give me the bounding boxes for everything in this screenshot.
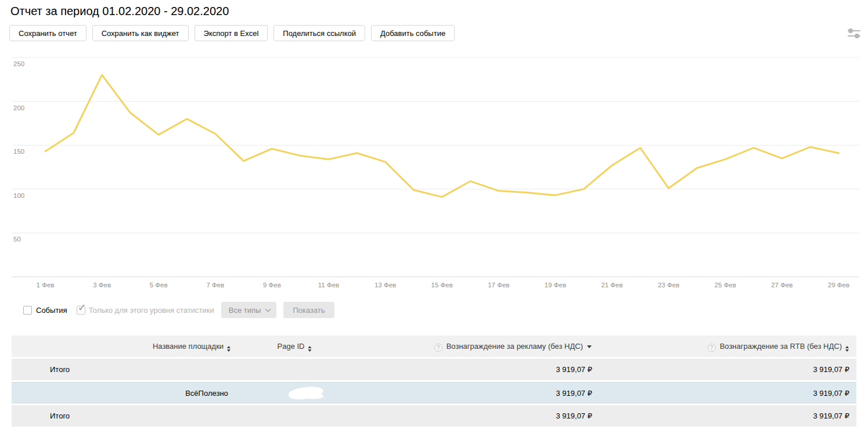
chevron-down-icon [265, 306, 271, 312]
level-checkbox[interactable]: ✓ [77, 306, 85, 315]
sort-icon[interactable] [845, 346, 849, 352]
column-header-rtb-reward[interactable]: ?Вознаграждение за RTB (без НДС) [708, 335, 849, 357]
table-row-site[interactable]: ВсёПолезно 3 919,07 ₽ 3 919,07 ₽ [12, 382, 856, 403]
ad-reward-value: 3 919,07 ₽ [556, 405, 593, 427]
x-tick-label: 17 Фев [488, 282, 509, 288]
y-tick-label: 50 [13, 236, 21, 243]
event-type-select[interactable]: Все типы [221, 302, 277, 318]
rtb-reward-value: 3 919,07 ₽ [813, 383, 850, 404]
save-widget-button[interactable]: Сохранить как виджет [92, 25, 189, 41]
column-header-site-name[interactable]: Название площадки [153, 335, 230, 357]
events-filter-bar: События ✓ Только для этого уровня статис… [23, 302, 334, 318]
level-checkbox-label[interactable]: Только для этого уровня статистики [89, 306, 214, 315]
page-title: Отчет за период 01.02.2020 - 29.02.2020 [10, 5, 229, 18]
x-tick-label: 25 Фев [715, 282, 736, 288]
x-tick-label: 13 Фев [374, 282, 396, 288]
x-tick-label: 15 Фев [431, 282, 453, 288]
slider-knob [855, 34, 859, 38]
x-tick-label: 21 Фев [601, 282, 622, 288]
show-button[interactable]: Показать [283, 302, 334, 318]
x-tick-label: 27 Фев [771, 282, 793, 288]
x-tick-label: 3 Фев [93, 282, 111, 288]
ad-reward-value: 3 919,07 ₽ [556, 383, 593, 404]
add-event-button[interactable]: Добавить событие [371, 25, 455, 41]
ad-reward-value: 3 919,07 ₽ [556, 359, 593, 380]
x-tick-label: 7 Фев [206, 282, 224, 288]
share-link-button[interactable]: Поделиться ссылкой [273, 25, 365, 41]
help-icon[interactable]: ? [708, 344, 716, 352]
table-row-total-top: Итого 3 919,07 ₽ 3 919,07 ₽ [12, 359, 856, 380]
x-tick-label: 29 Фев [828, 282, 849, 288]
slider-track [848, 30, 860, 31]
total-label: Итого [50, 359, 70, 380]
sort-desc-icon[interactable] [587, 345, 592, 348]
save-report-button[interactable]: Сохранить отчет [9, 25, 87, 41]
chart-settings-sliders-icon[interactable] [848, 27, 862, 38]
y-tick-label: 150 [13, 148, 24, 155]
x-tick-label: 9 Фев [263, 282, 281, 288]
chart-canvas: 501001502002501 Фев3 Фев5 Фев7 Фев9 Фев1… [12, 56, 859, 291]
total-label: Итого [50, 405, 70, 427]
x-tick-label: 11 Фев [318, 282, 339, 288]
revenue-line-chart: 501001502002501 Фев3 Фев5 Фев7 Фев9 Фев1… [12, 56, 859, 291]
events-checkbox[interactable] [23, 306, 32, 315]
table-header-row: Название площадки Page ID ?Вознаграждени… [12, 335, 856, 357]
help-icon[interactable]: ? [434, 344, 442, 352]
check-icon: ✓ [78, 301, 87, 314]
x-tick-label: 23 Фев [658, 282, 679, 288]
slider-track [848, 35, 860, 37]
x-tick-label: 19 Фев [545, 282, 566, 288]
site-name[interactable]: ВсёПолезно [185, 383, 228, 404]
y-tick-label: 250 [13, 60, 24, 67]
sort-icon[interactable] [308, 346, 311, 352]
y-tick-label: 200 [13, 104, 24, 111]
y-tick-label: 100 [13, 192, 24, 199]
sort-icon[interactable] [227, 346, 230, 352]
slider-knob [848, 28, 853, 33]
revenue-series-line [45, 75, 838, 197]
x-tick-label: 5 Фев [150, 282, 168, 288]
export-excel-button[interactable]: Экспорт в Excel [195, 25, 268, 41]
rtb-reward-value: 3 919,07 ₽ [813, 359, 850, 380]
column-header-page-id[interactable]: Page ID [278, 335, 312, 357]
toolbar: Сохранить отчет Сохранить как виджет Экс… [9, 25, 455, 41]
stats-table: Название площадки Page ID ?Вознаграждени… [12, 335, 856, 427]
table-row-total-bottom: Итого 3 919,07 ₽ 3 919,07 ₽ [12, 405, 856, 427]
column-header-ad-reward[interactable]: ?Вознаграждение за рекламу (без НДС) [434, 335, 592, 357]
event-type-select-value: Все типы [229, 306, 261, 315]
rtb-reward-value: 3 919,07 ₽ [813, 405, 850, 427]
x-tick-label: 1 Фев [37, 282, 55, 288]
events-checkbox-label[interactable]: События [36, 306, 67, 315]
